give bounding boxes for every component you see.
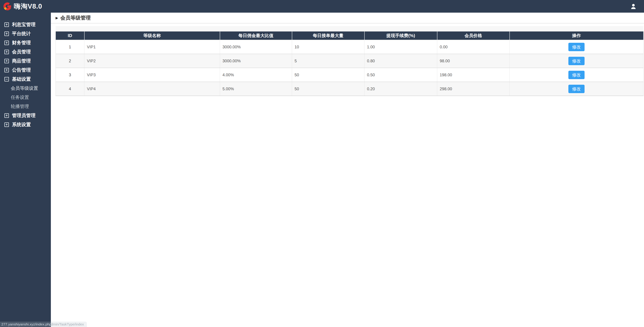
cell-commission: 5.00% <box>220 82 292 96</box>
plus-box-icon[interactable]: + <box>4 59 9 63</box>
plus-box-icon[interactable]: + <box>4 113 9 118</box>
cell-commission: 4.00% <box>220 68 292 82</box>
cell-orders: 5 <box>292 54 364 68</box>
cell-commission: 3000.00% <box>220 54 292 68</box>
cell-price: 298.00 <box>437 82 510 96</box>
sidebar-subitem[interactable]: 会员等级设置 <box>0 84 51 93</box>
plus-box-icon[interactable]: + <box>4 122 9 127</box>
caret-right-icon: ▶ <box>56 16 58 20</box>
status-url-right: dmin/TaskType/index <box>51 322 87 327</box>
sidebar-item[interactable]: +平台统计 <box>0 29 51 38</box>
plus-box-icon[interactable]: + <box>4 22 9 27</box>
sidebar-item[interactable]: +系统设置 <box>0 120 51 129</box>
sidebar-item-label: 平台统计 <box>12 30 31 37</box>
table-column-header: 等级名称 <box>84 32 220 40</box>
table-row: 1VIP13000.00%101.000.00修改 <box>56 40 644 54</box>
cell-id: 3 <box>56 68 84 82</box>
table-column-header: 每日接单最大量 <box>292 32 364 40</box>
cell-orders: 50 <box>292 82 364 96</box>
cell-fee: 1.00 <box>364 40 437 54</box>
cell-commission: 3000.00% <box>220 40 292 54</box>
sidebar-item[interactable]: +公告管理 <box>0 66 51 74</box>
member-levels-table: ID等级名称每日佣金最大比值每日接单最大量提现手续费(%)会员价格操作 1VIP… <box>56 32 644 96</box>
cell-action: 修改 <box>510 40 644 54</box>
cell-action: 修改 <box>510 82 644 96</box>
minus-box-icon[interactable]: − <box>4 77 9 82</box>
brand-logo-icon <box>3 2 12 11</box>
main-content: ▶ 会员等级管理 ID等级名称每日佣金最大比值每日接单最大量提现手续费(%)会员… <box>51 13 644 327</box>
sidebar-item[interactable]: +商品管理 <box>0 56 51 66</box>
cell-action: 修改 <box>510 68 644 82</box>
sidebar-subitem[interactable]: 轮播管理 <box>0 102 51 111</box>
sidebar-item-label: 管理员管理 <box>12 112 36 119</box>
status-url-left: 277.yanshiyanshi.xyz/index.php/A <box>0 322 51 327</box>
brand-title: 嗨淘V8.0 <box>14 2 42 11</box>
cell-price: 98.00 <box>437 54 510 68</box>
cell-orders: 50 <box>292 68 364 82</box>
sidebar-item-label: 公告管理 <box>12 67 31 73</box>
plus-box-icon[interactable]: + <box>4 50 9 54</box>
plus-box-icon[interactable]: + <box>4 32 9 36</box>
cell-fee: 0.20 <box>364 82 437 96</box>
status-bubble: 277.yanshiyanshi.xyz/index.php/A dmin/Ta… <box>0 322 87 327</box>
edit-button[interactable]: 修改 <box>568 85 584 93</box>
sidebar-item[interactable]: +财务管理 <box>0 38 51 47</box>
sidebar-item-label: 基础设置 <box>12 76 31 82</box>
table-row: 4VIP45.00%500.20298.00修改 <box>56 82 644 96</box>
cell-orders: 10 <box>292 40 364 54</box>
cell-level-name: VIP2 <box>84 54 220 68</box>
page-title-bar: ▶ 会员等级管理 <box>51 13 644 24</box>
table-row: 3VIP34.00%500.50198.00修改 <box>56 68 644 82</box>
table-body: 1VIP13000.00%101.000.00修改2VIP23000.00%50… <box>56 40 644 96</box>
sidebar-item-label: 利息宝管理 <box>12 22 36 28</box>
table-header-row: ID等级名称每日佣金最大比值每日接单最大量提现手续费(%)会员价格操作 <box>56 32 644 40</box>
cell-level-name: VIP3 <box>84 68 220 82</box>
sidebar-item[interactable]: +管理员管理 <box>0 111 51 120</box>
cell-id: 1 <box>56 40 84 54</box>
edit-button[interactable]: 修改 <box>568 43 584 51</box>
cell-action: 修改 <box>510 54 644 68</box>
cell-price: 0.00 <box>437 40 510 54</box>
brand[interactable]: 嗨淘V8.0 <box>0 2 42 11</box>
plus-box-icon[interactable]: + <box>4 68 9 72</box>
edit-button[interactable]: 修改 <box>568 57 584 65</box>
table-column-header: 操作 <box>510 32 644 40</box>
sidebar-menu: +利息宝管理+平台统计+财务管理+会员管理+商品管理+公告管理−基础设置会员等级… <box>0 13 51 129</box>
sidebar-item-label: 财务管理 <box>12 40 31 46</box>
user-avatar-icon[interactable] <box>630 3 637 10</box>
table-column-header: 提现手续费(%) <box>364 32 437 40</box>
cell-level-name: VIP4 <box>84 82 220 96</box>
table-column-header: 每日佣金最大比值 <box>220 32 292 40</box>
page-title: 会员等级管理 <box>60 14 90 22</box>
table-toolbar <box>56 26 643 32</box>
topbar: 嗨淘V8.0 <box>0 0 644 13</box>
sidebar-item-label: 系统设置 <box>12 122 31 128</box>
table-column-header: 会员价格 <box>437 32 510 40</box>
table-row: 2VIP23000.00%50.8098.00修改 <box>56 54 644 68</box>
sidebar-item-label: 会员管理 <box>12 49 31 55</box>
cell-price: 198.00 <box>437 68 510 82</box>
sidebar-item[interactable]: −基础设置 <box>0 74 51 84</box>
edit-button[interactable]: 修改 <box>568 71 584 79</box>
cell-id: 4 <box>56 82 84 96</box>
cell-level-name: VIP1 <box>84 40 220 54</box>
table-column-header: ID <box>56 32 84 40</box>
sidebar-item[interactable]: +利息宝管理 <box>0 20 51 29</box>
cell-fee: 0.80 <box>364 54 437 68</box>
sidebar-subitem[interactable]: 任务设置 <box>0 93 51 102</box>
plus-box-icon[interactable]: + <box>4 40 9 45</box>
sidebar-item[interactable]: +会员管理 <box>0 47 51 56</box>
sidebar-item-label: 商品管理 <box>12 58 31 64</box>
cell-fee: 0.50 <box>364 68 437 82</box>
sidebar: +利息宝管理+平台统计+财务管理+会员管理+商品管理+公告管理−基础设置会员等级… <box>0 13 51 327</box>
cell-id: 2 <box>56 54 84 68</box>
